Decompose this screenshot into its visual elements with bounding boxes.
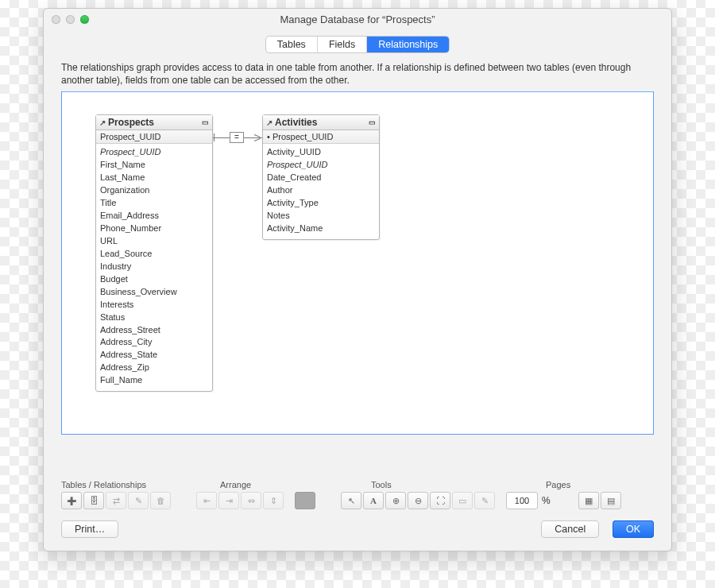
field-item[interactable]: Address_State [100, 349, 208, 362]
note-icon [481, 496, 489, 506]
field-item[interactable]: Activity_UUID [267, 146, 375, 159]
dialog-footer: Print… Cancel OK [44, 511, 671, 551]
table-activities[interactable]: ↗ Activities ▭ • Prospect_UUID Activity_… [262, 114, 380, 240]
window-title: Manage Database for “Prospects” [44, 14, 671, 25]
relationship-line[interactable] [213, 137, 230, 138]
segmented-control: Tables Fields Relationships [265, 36, 450, 53]
field-item[interactable]: Address_Street [100, 324, 208, 337]
field-item[interactable]: Organization [100, 184, 208, 197]
pointer-tool-button[interactable] [341, 492, 361, 509]
add-relationship-button[interactable] [83, 492, 104, 509]
group-label-tools: Tools [371, 480, 546, 489]
distribute-h-button[interactable] [241, 492, 261, 509]
select-icon [458, 496, 466, 506]
group-label-tables: Tables / Relationships [61, 480, 220, 489]
color-swatch-button[interactable] [295, 492, 315, 509]
zoom-in-button[interactable] [385, 492, 406, 509]
cancel-button[interactable]: Cancel [541, 520, 599, 538]
fit-icon [436, 496, 445, 505]
zoom-out-icon [415, 496, 422, 506]
table-icon: ↗ [99, 118, 106, 127]
group-label-pages: Pages [546, 480, 570, 489]
edit-button[interactable] [128, 492, 149, 509]
field-item[interactable]: Lead_Source [100, 248, 208, 261]
field-item[interactable]: Status [100, 311, 208, 324]
delete-button[interactable] [150, 492, 171, 509]
toolbar: Tables / Relationships Arrange Tools Pag… [44, 477, 671, 511]
field-list: Prospect_UUIDFirst_NameLast_NameOrganiza… [96, 144, 212, 391]
ok-button[interactable]: OK [613, 520, 654, 538]
operator-label: = [234, 133, 239, 141]
tab-fields[interactable]: Fields [318, 37, 367, 52]
field-item[interactable]: Date_Created [267, 172, 375, 184]
field-item[interactable]: Phone_Number [100, 222, 208, 235]
match-field[interactable]: • Prospect_UUID [263, 130, 379, 144]
match-field-label: Prospect_UUID [100, 132, 160, 141]
collapse-icon[interactable]: ▭ [369, 119, 376, 126]
align-right-button[interactable] [218, 492, 239, 509]
titlebar: Manage Database for “Prospects” [44, 9, 671, 29]
field-item[interactable]: Title [100, 197, 208, 210]
field-item[interactable]: Budget [100, 273, 208, 286]
field-item[interactable]: Address_City [100, 336, 208, 349]
zoom-value: 100 [515, 496, 529, 505]
manage-database-window: Manage Database for “Prospects” Tables F… [43, 8, 672, 551]
distribute-v-icon [270, 496, 277, 506]
field-item[interactable]: Last_Name [100, 172, 208, 184]
field-list: Activity_UUIDProspect_UUIDDate_CreatedAu… [263, 144, 379, 239]
field-item[interactable]: Full_Name [100, 374, 208, 387]
table-prospects[interactable]: ↗ Prospects ▭ Prospect_UUID Prospect_UUI… [95, 114, 213, 392]
add-table-button[interactable] [61, 492, 82, 509]
text-tool-button[interactable] [363, 492, 384, 509]
table-header[interactable]: ↗ Prospects ▭ [96, 115, 212, 130]
link-icon [113, 496, 120, 506]
duplicate-button[interactable] [106, 492, 126, 509]
grid-icon [585, 496, 593, 506]
note-tool-button[interactable] [474, 492, 495, 509]
relationship-canvas[interactable]: ↗ Prospects ▭ Prospect_UUID Prospect_UUI… [61, 91, 654, 435]
align-left-icon [203, 496, 211, 506]
field-item[interactable]: Interests [100, 299, 208, 311]
field-item[interactable]: Industry [100, 261, 208, 273]
collapse-icon[interactable]: ▭ [202, 119, 209, 126]
distribute-v-button[interactable] [263, 492, 284, 509]
align-left-button[interactable] [196, 492, 217, 509]
description-text: The relationships graph provides access … [44, 53, 671, 91]
field-item[interactable]: Prospect_UUID [100, 146, 208, 159]
pencil-icon [135, 496, 142, 506]
align-right-icon [226, 496, 233, 506]
field-item[interactable]: Email_Address [100, 210, 208, 222]
distribute-h-icon [248, 496, 255, 506]
trash-icon [157, 496, 165, 505]
page-breaks-button[interactable] [578, 492, 599, 509]
section-tabs: Tables Fields Relationships [44, 36, 671, 53]
table-name: Activities [275, 117, 317, 128]
tab-relationships[interactable]: Relationships [367, 37, 449, 52]
page-setup-button[interactable] [601, 492, 621, 509]
db-plus-icon [90, 496, 99, 505]
pointer-icon [348, 496, 355, 506]
single-end-icon [214, 133, 214, 141]
field-item[interactable]: Notes [267, 210, 375, 222]
table-header[interactable]: ↗ Activities ▭ [263, 115, 379, 130]
field-item[interactable]: Author [267, 184, 375, 197]
select-connected-button[interactable] [452, 492, 473, 509]
table-name: Prospects [108, 117, 154, 128]
field-item[interactable]: Address_Zip [100, 362, 208, 374]
print-button[interactable]: Print… [61, 520, 118, 538]
page-icon [607, 496, 615, 506]
tab-tables[interactable]: Tables [266, 37, 318, 52]
field-item[interactable]: Business_Overview [100, 286, 208, 299]
zoom-value-input[interactable]: 100 [506, 492, 538, 509]
field-item[interactable]: First_Name [100, 159, 208, 172]
field-item[interactable]: Activity_Name [267, 222, 375, 235]
graph-area: ↗ Prospects ▭ Prospect_UUID Prospect_UUI… [44, 91, 671, 477]
match-field[interactable]: Prospect_UUID [96, 130, 212, 144]
field-item[interactable]: URL [100, 235, 208, 248]
fit-button[interactable] [430, 492, 450, 509]
field-item[interactable]: Activity_Type [267, 197, 375, 210]
zoom-out-button[interactable] [408, 492, 428, 509]
field-item[interactable]: Prospect_UUID [267, 159, 375, 172]
zoom-suffix: % [539, 495, 553, 506]
relationship-operator[interactable]: = [230, 132, 244, 143]
